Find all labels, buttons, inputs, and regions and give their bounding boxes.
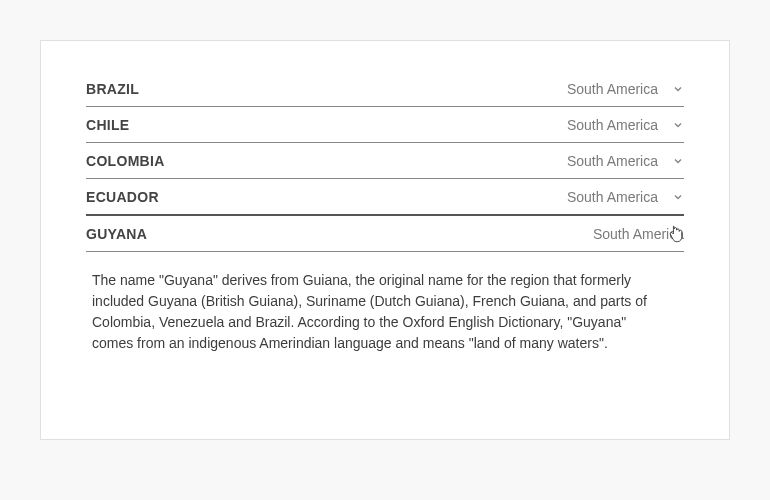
accordion-header[interactable]: GUYANA South America (86, 216, 684, 251)
accordion-region: South America (567, 81, 658, 97)
chevron-down-icon (672, 155, 684, 167)
accordion-title: CHILE (86, 117, 130, 133)
chevron-down-icon (672, 119, 684, 131)
accordion-region: South America (567, 153, 658, 169)
chevron-down-icon (672, 191, 684, 203)
accordion-header[interactable]: CHILE South America (86, 107, 684, 142)
accordion-region: South America (567, 117, 658, 133)
app-frame: BRAZIL South America CHILE South America… (40, 40, 730, 440)
chevron-down-icon (672, 83, 684, 95)
accordion-region: South America (567, 189, 658, 205)
accordion-header[interactable]: ECUADOR South America (86, 179, 684, 214)
accordion-title: COLOMBIA (86, 153, 165, 169)
accordion-header[interactable]: BRAZIL South America (86, 71, 684, 106)
accordion-item-ecuador: ECUADOR South America (86, 178, 684, 214)
accordion-description: The name "Guyana" derives from Guiana, t… (92, 270, 662, 354)
accordion-header[interactable]: COLOMBIA South America (86, 143, 684, 178)
accordion-title: GUYANA (86, 226, 147, 242)
accordion-panel-guyana: The name "Guyana" derives from Guiana, t… (86, 252, 684, 358)
accordion-title: BRAZIL (86, 81, 139, 97)
accordion-title: ECUADOR (86, 189, 159, 205)
accordion-region: South America (593, 226, 684, 242)
countries-accordion: BRAZIL South America CHILE South America… (86, 71, 684, 252)
accordion-item-guyana: GUYANA South America (86, 214, 684, 252)
accordion-item-colombia: COLOMBIA South America (86, 142, 684, 178)
accordion-item-chile: CHILE South America (86, 106, 684, 142)
accordion-item-brazil: BRAZIL South America (86, 71, 684, 106)
